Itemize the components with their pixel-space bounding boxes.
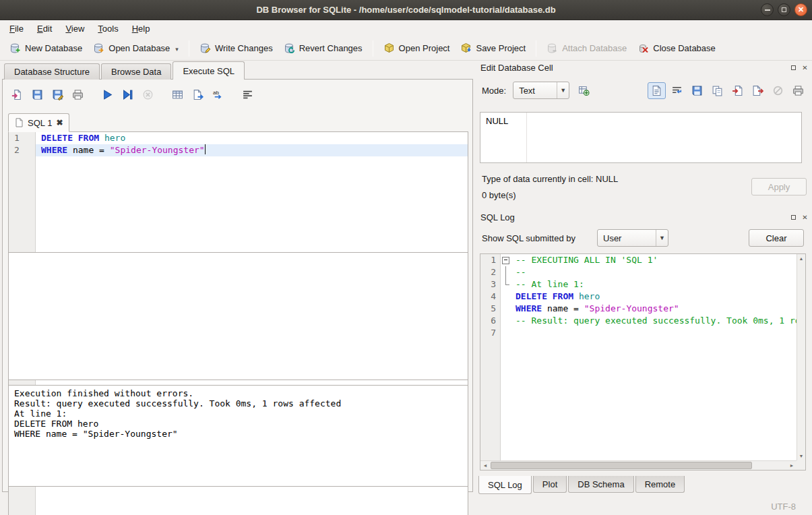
scroll-left-icon[interactable]: ◄ — [480, 461, 490, 470]
code-line: 2WHERE name = "Spider-Youngster" — [9, 144, 468, 156]
menu-view[interactable]: View — [59, 22, 91, 36]
tab-database-structure[interactable]: Database Structure — [4, 63, 100, 80]
save-sql-as-button[interactable] — [49, 86, 67, 103]
execute-all-button[interactable] — [98, 86, 117, 103]
save-cell-as-button[interactable] — [688, 82, 706, 99]
scroll-up-icon[interactable]: ▲ — [797, 254, 806, 263]
sql-log-view[interactable]: 1-- EXECUTING ALL IN 'SQL 1'2--3-- At li… — [480, 254, 797, 470]
save-sql-file-button[interactable] — [28, 86, 46, 103]
line-number: 3 — [480, 278, 501, 291]
project-save-icon — [460, 42, 472, 54]
horizontal-scrollbar[interactable]: ◄ ► — [480, 460, 797, 470]
scroll-down-icon[interactable]: ▼ — [797, 452, 806, 460]
main-tab-bar: Database Structure Browse Data Execute S… — [4, 62, 246, 80]
format-sql-icon — [242, 89, 253, 100]
encoding-indicator: UTF-8 — [771, 502, 796, 512]
print-cell-button[interactable] — [789, 82, 807, 99]
save-project-button[interactable]: Save Project — [455, 40, 531, 57]
sql-toolbar: ab — [8, 86, 259, 103]
fold-guide — [501, 266, 510, 278]
tab-browse-data[interactable]: Browse Data — [101, 63, 171, 80]
new-database-button[interactable]: New Database — [4, 40, 88, 57]
close-panel-icon[interactable]: ✕ — [801, 63, 809, 72]
close-button[interactable]: ✕ — [794, 3, 807, 16]
vertical-scrollbar[interactable]: ▲ ▼ — [797, 254, 805, 460]
execution-message-area[interactable]: Execution finished without errors. Resul… — [8, 385, 468, 487]
menu-edit[interactable]: Edit — [30, 22, 59, 36]
set-null-button[interactable] — [769, 82, 787, 99]
import-icon — [732, 85, 743, 96]
results-grid[interactable] — [8, 252, 468, 380]
close-database-button[interactable]: Close Database — [632, 40, 721, 57]
text-mode-icon — [651, 85, 662, 96]
copy-cell-button[interactable] — [708, 82, 726, 99]
tab-sql-log[interactable]: SQL Log — [478, 476, 532, 494]
format-sql-button[interactable] — [239, 86, 257, 103]
minimize-button[interactable] — [761, 3, 774, 16]
line-number: 2 — [9, 144, 36, 156]
stop-execution-button[interactable] — [139, 86, 157, 103]
menu-help[interactable]: Help — [125, 22, 157, 36]
cell-editor[interactable]: NULL — [480, 112, 802, 163]
open-project-button[interactable]: Open Project — [378, 40, 456, 57]
tab-execute-sql[interactable]: Execute SQL — [173, 61, 245, 80]
code-line: 1DELETE FROM hero — [9, 132, 468, 144]
sql-query-tab[interactable]: SQL 1 ✖ — [8, 113, 69, 132]
maximize-button[interactable] — [778, 3, 790, 16]
word-wrap-button[interactable] — [668, 82, 686, 99]
scroll-right-icon[interactable]: ► — [787, 461, 797, 470]
print-sql-button[interactable] — [69, 86, 87, 103]
menu-tools[interactable]: Tools — [91, 22, 125, 36]
stop-icon — [142, 89, 154, 100]
submitted-by-combobox[interactable]: User ▼ — [597, 229, 668, 247]
float-panel-icon[interactable] — [789, 63, 798, 72]
export-icon — [752, 85, 763, 96]
open-database-dropdown-icon[interactable]: ▾ — [175, 46, 179, 54]
svg-text:ab: ab — [213, 90, 219, 96]
apply-button[interactable]: Apply — [751, 178, 807, 195]
window-title: DB Browser for SQLite - /home/user/code/… — [256, 5, 555, 15]
sql-file-icon — [15, 118, 24, 127]
open-sql-file-icon — [11, 89, 23, 100]
close-panel-icon[interactable]: ✕ — [801, 213, 809, 222]
find-replace-icon: ab — [212, 89, 224, 100]
text-cursor — [205, 144, 206, 154]
clear-log-button[interactable]: Clear — [749, 229, 804, 247]
set-null-icon — [772, 85, 784, 96]
export-results-button[interactable] — [168, 86, 187, 103]
tab-plot[interactable]: Plot — [533, 476, 567, 493]
app-window: DB Browser for SQLite - /home/user/code/… — [0, 0, 812, 515]
tab-remote[interactable]: Remote — [635, 476, 685, 493]
tab-db-schema[interactable]: DB Schema — [568, 476, 633, 493]
scrollbar-track[interactable] — [490, 461, 787, 470]
write-changes-button[interactable]: Write Changes — [194, 40, 278, 57]
database-attach-icon — [546, 42, 558, 54]
auto-apply-button[interactable] — [575, 82, 593, 99]
title-bar[interactable]: DB Browser for SQLite - /home/user/code/… — [0, 0, 812, 20]
sql-query-tab-label: SQL 1 — [28, 118, 52, 128]
attach-database-button[interactable]: Attach Database — [541, 40, 632, 57]
text-mode-button[interactable] — [648, 82, 666, 99]
filter-label: Show SQL submitted by — [482, 233, 575, 243]
export-results-icon — [172, 89, 183, 100]
revert-changes-button[interactable]: Revert Changes — [278, 40, 368, 57]
fold-guide — [501, 315, 510, 327]
mode-combobox[interactable]: Text ▼ — [513, 82, 569, 99]
scrollbar-thumb[interactable] — [491, 462, 752, 469]
print-icon — [72, 89, 84, 100]
open-query-tab-button[interactable] — [189, 86, 207, 103]
menu-file[interactable]: File — [3, 22, 30, 36]
close-tab-icon[interactable]: ✖ — [56, 118, 63, 127]
scrollbar-corner — [797, 460, 805, 470]
fold-marker-icon[interactable] — [501, 254, 510, 266]
export-cell-button[interactable] — [749, 82, 767, 99]
float-panel-icon[interactable] — [789, 213, 798, 222]
find-replace-button[interactable]: ab — [209, 86, 227, 103]
line-number: 1 — [9, 132, 36, 144]
open-database-button[interactable]: Open Database ▾ — [88, 40, 184, 57]
maximize-icon — [782, 7, 786, 12]
execute-current-line-button[interactable] — [119, 86, 137, 103]
open-sql-file-button[interactable] — [8, 86, 26, 103]
open-new-tab-icon — [192, 89, 204, 100]
import-cell-button[interactable] — [728, 82, 747, 99]
